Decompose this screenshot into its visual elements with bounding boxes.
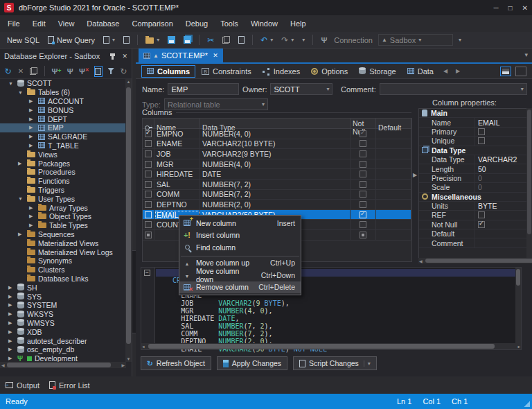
notnull-cell[interactable] [351,139,376,149]
tree-expander-icon[interactable] [8,311,15,317]
delete-button[interactable]: ✕ [17,66,24,77]
scroll-left-icon[interactable]: ◀ [419,259,423,263]
key-checkbox[interactable] [145,140,152,147]
connection-button[interactable]: Ψ [318,35,330,46]
tree-item[interactable]: ACCOUNT [0,97,126,106]
tree-item[interactable]: SYSTEM [0,301,126,310]
new-query-button[interactable]: New Query [45,35,98,46]
key-cell[interactable] [143,220,154,229]
editor-subtab[interactable]: Indexes [258,65,305,78]
tree-item[interactable]: EMP [0,123,126,132]
tree-expander-icon[interactable] [8,285,15,290]
tree-expander-icon[interactable] [18,196,24,201]
duplicate-button[interactable] [30,66,37,77]
document-tab[interactable]: ▲ SCOTT.EMP* ✕ [139,49,223,62]
tree-item[interactable]: osc_empty_db [0,345,126,354]
scroll-left-icon[interactable]: ◀ [142,344,145,349]
tree-item[interactable]: Tables (6) [0,88,126,97]
tree-item[interactable]: Functions [0,177,126,186]
property-row[interactable]: Precision 0 [419,174,532,183]
notnull-cell[interactable] [351,210,376,220]
property-value[interactable] [475,137,532,145]
disconnect-button[interactable]: Ψ [79,66,89,77]
tree-expander-icon[interactable] [8,347,15,352]
property-value[interactable] [475,128,532,136]
tab-close-icon[interactable]: ✕ [213,52,218,59]
notnull-checkbox[interactable] [360,171,366,177]
tree-item[interactable]: SALGRADE [0,132,126,141]
tree-item[interactable]: Procedures [0,168,126,177]
key-cell[interactable] [143,180,154,189]
column-name-cell[interactable]: HIREDATE [154,169,200,179]
explorer-vertical-scrollbar[interactable]: ▲ ▼ [125,79,132,362]
notnull-cell[interactable] [351,149,376,159]
maximize-button[interactable]: □ [508,4,513,12]
default-cell[interactable] [376,190,411,200]
tree-item[interactable]: Sequences [0,230,126,239]
default-cell[interactable] [376,129,411,139]
action-button[interactable]: Apply Changes ▾ [217,356,287,370]
tab-overflow-icon[interactable]: ▾ [524,51,528,58]
editor-subtab[interactable]: Storage [354,65,401,78]
table-row[interactable]: MGR NUMBER(4, 0) [143,159,411,170]
tree-item[interactable]: BONUS [0,105,126,114]
save-all-button[interactable] [181,35,194,45]
property-value[interactable]: 50 [475,164,532,173]
explorer-horizontal-scrollbar[interactable]: ◀ ▶ [0,362,126,368]
property-row[interactable]: Length 50 [419,164,532,173]
resize-grip[interactable] [524,401,530,407]
default-cell[interactable] [376,210,411,220]
tree-item[interactable]: XDB [0,327,126,336]
tree-expander-icon[interactable] [29,125,35,130]
sql-vertical-scrollbar[interactable] [515,268,521,344]
subtab-scroll-left-icon[interactable]: ◀ [440,68,451,74]
property-row[interactable]: Data Type [419,146,532,155]
tree-expander-icon[interactable] [18,232,24,237]
tree-item[interactable]: Synonyms [0,256,126,266]
new-connection-button[interactable]: Ψ [51,66,61,77]
menubar-item[interactable]: Tools [214,15,245,32]
context-menu-item[interactable]: New column Insert [179,217,301,229]
name-input[interactable]: EMP [168,83,239,95]
column-name-cell[interactable]: EMPNO [154,129,200,139]
notnull-cell[interactable] [351,159,376,169]
context-menu-item[interactable]: Insert column [179,229,301,242]
tree-item[interactable]: SH [0,283,126,292]
context-menu-item[interactable]: Find column [179,241,301,254]
properties-horizontal-scrollbar[interactable]: ◀ ▶ [418,258,532,263]
table-row[interactable]: COMM NUMBER(7, 2) [143,190,411,200]
tree-expander-icon[interactable] [18,90,24,95]
split-layout-button[interactable] [500,67,511,76]
key-cell[interactable] [143,210,154,220]
key-checkbox[interactable] [145,181,152,188]
tree-item[interactable]: Development [0,354,126,362]
notnull-checkbox[interactable] [360,150,366,157]
tree-expander-icon[interactable] [29,214,35,219]
key-checkbox[interactable] [145,161,152,168]
key-checkbox[interactable] [145,191,152,198]
tree-expander-icon[interactable] [8,356,15,361]
column-name-cell[interactable]: JOB [154,149,200,159]
menubar-item[interactable]: Edit [26,15,52,32]
tree-item[interactable]: Triggers [0,186,126,195]
action-button[interactable]: Script Changes ▾ [293,356,377,370]
owner-select[interactable]: SCOTT▾ [270,83,332,95]
notnull-cell[interactable] [351,220,376,229]
default-cell[interactable] [376,169,411,179]
full-layout-button[interactable] [515,67,526,76]
property-row[interactable]: Scale 0 [419,183,532,192]
notnull-cell[interactable] [351,190,376,200]
tree-expander-icon[interactable] [29,107,35,113]
table-row[interactable]: SAL NUMBER(7, 2) [143,180,411,190]
property-row[interactable]: Unique [419,137,532,146]
tree-item[interactable]: Packages [0,159,126,168]
tree-item[interactable]: WKSYS [0,310,126,319]
property-value[interactable]: 0 [475,183,532,191]
notnull-checkbox[interactable] [360,181,366,188]
notnull-checkbox[interactable] [360,201,366,208]
key-cell[interactable] [143,230,154,240]
column-name-cell[interactable]: MGR [154,159,200,169]
dock-tab[interactable]: Error List [49,381,90,390]
notnull-checkbox[interactable] [360,191,366,198]
property-row[interactable]: Primary [419,128,532,137]
